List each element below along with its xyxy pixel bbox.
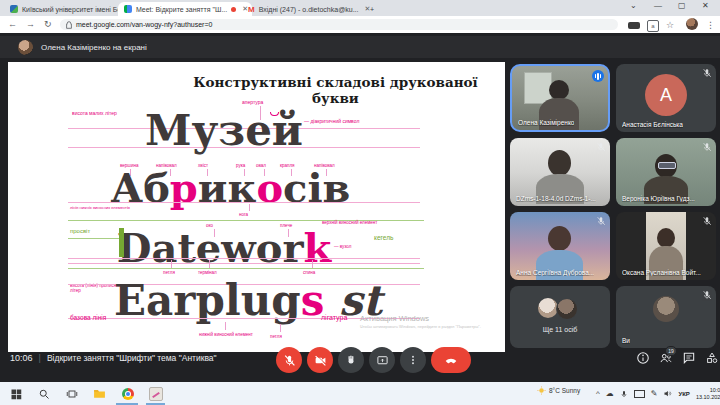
graphics-app-icon [149, 387, 163, 401]
mic-toggle-button[interactable] [276, 347, 302, 373]
mic-off-icon [702, 216, 712, 226]
label-petlia-1: петля [163, 270, 175, 275]
onedrive-cloud-icon[interactable]: ☁ [606, 389, 614, 398]
tile-oksana-voit[interactable]: Оксана Русланівна Войт... [616, 212, 716, 280]
tile-olena-kazimirenko[interactable]: Олена Казіміренко [510, 64, 610, 132]
tab-title: Київський університет імені Бо... [22, 6, 127, 13]
chrome-icon-center [126, 392, 130, 396]
label-terminal: термінал [198, 270, 217, 275]
person-silhouette [657, 228, 675, 248]
mic-off-icon [596, 216, 606, 226]
activities-button[interactable] [705, 351, 719, 365]
display-icon[interactable] [634, 390, 645, 398]
graphics-app-button[interactable] [148, 386, 163, 401]
bookmark-star-icon[interactable]: ☆ [666, 19, 674, 31]
leave-call-button[interactable] [431, 347, 471, 373]
start-button[interactable] [8, 386, 23, 401]
participants-button[interactable]: 19 [659, 351, 673, 365]
windows-logo-icon [10, 388, 22, 400]
tile-veronika-hudz[interactable]: Вероніка Юріївна Гудз... [616, 138, 716, 206]
profile-avatar[interactable] [686, 18, 698, 30]
taskbar-clock[interactable]: 10:06 13.10.2021 [696, 387, 720, 401]
folder-icon [93, 387, 106, 400]
language-indicator[interactable]: УКР [678, 391, 689, 397]
clock-time: 10:06 [696, 387, 720, 394]
label-kehel: кегель [374, 234, 393, 242]
tile-you[interactable]: Ви [616, 286, 716, 348]
meeting-details-button[interactable] [636, 351, 650, 365]
tab-university[interactable]: Київський університет імені Бо... ✕ [4, 2, 128, 16]
glasses [658, 162, 676, 169]
word-part: сів [283, 164, 350, 211]
more-options-button[interactable] [400, 347, 426, 373]
file-explorer-button[interactable] [92, 386, 107, 401]
presenter-banner-text: Олена Казіміренко на екрані [41, 43, 147, 52]
translate-icon[interactable]: a [647, 20, 659, 32]
specimen-word-muzei: Музей [104, 110, 344, 152]
university-favicon [10, 5, 18, 13]
reload-icon[interactable]: ↻ [44, 18, 52, 30]
new-tab-button[interactable]: + [364, 2, 388, 16]
camera-toggle-button[interactable] [307, 347, 333, 373]
search-icon [38, 388, 50, 400]
sun-icon [537, 386, 546, 395]
browser-menu-icon[interactable]: ⋮ [706, 19, 715, 31]
speaker-icon[interactable] [663, 389, 672, 398]
clock-date: 13.10.2021 [696, 394, 720, 401]
task-view-button[interactable] [64, 386, 79, 401]
tab-gmail[interactable]: M Вхідні (247) - o.dietochka@ku... ✕ [242, 2, 372, 16]
tab-search-icon[interactable]: ⌄ [630, 1, 637, 10]
tile-more-people[interactable]: Ще 11 осіб [510, 286, 610, 348]
tile-anna-dubrova[interactable]: Анна Сергіївна Дуброва... [510, 212, 610, 280]
raise-hand-button[interactable] [338, 347, 364, 373]
tray-mic-icon[interactable] [620, 390, 628, 398]
system-tray: ^ ☁ ✎ УКР 10:06 13.10.2021 [596, 382, 720, 405]
weather-widget[interactable]: 8°C Sunny [537, 386, 580, 395]
chrome-taskbar-button[interactable] [120, 386, 135, 401]
participant-name: Вероніка Юріївна Гудз... [622, 195, 695, 202]
leader-line [280, 324, 281, 332]
label-descender-line: лінія нижніх виносних елементів [70, 206, 130, 211]
tile-dzms-student[interactable]: DZms-1-18-4.0d DZms-1-... [510, 138, 610, 206]
task-view-icon [66, 388, 78, 400]
windows-activation-watermark-sub: Чтобы активировать Windows, перейдите в … [360, 324, 498, 329]
mic-off-icon [702, 68, 712, 78]
participant-name: Анастасія Бєлінська [622, 121, 683, 128]
label-prosvit: просвіт [70, 228, 90, 235]
activities-icon [705, 351, 719, 365]
mic-off-icon [702, 142, 712, 152]
forward-icon[interactable]: → [26, 18, 35, 30]
chrome-icon [122, 388, 134, 400]
screen: Київський університет імені Бо... ✕ Meet… [0, 0, 720, 405]
guide-line-green [68, 268, 424, 269]
maximize-button[interactable]: ▢ [678, 1, 686, 10]
tile-anastasiia-bielinska[interactable]: А Анастасія Бєлінська [616, 64, 716, 132]
speaking-indicator-icon [592, 70, 604, 82]
pen-icon[interactable]: ✎ [651, 389, 658, 398]
leader-line [171, 260, 172, 268]
browser-toolbar: ← → ↻ meet.google.com/van-wogy-nfy?authu… [0, 16, 720, 34]
guide-line [68, 258, 420, 259]
participant-name: DZms-1-18-4.0d DZms-1-... [516, 195, 596, 202]
meet-app: Олена Казіміренко на екрані Конструктивн… [0, 33, 720, 382]
leader-line [312, 260, 313, 268]
call-buttons [276, 347, 471, 373]
taskbar-search-button[interactable] [36, 386, 51, 401]
participant-name: Анна Сергіївна Дуброва... [516, 269, 594, 276]
tab-meet[interactable]: Meet: Відкрите заняття "Ш... ✕ [118, 2, 252, 16]
address-bar[interactable]: meet.google.com/van-wogy-nfy?authuser=0 [60, 19, 618, 30]
presenter-avatar [18, 40, 33, 55]
back-icon[interactable]: ← [8, 18, 17, 30]
meet-control-bar: 10:06 | Відкрите заняття "Шрифти" тема "… [0, 340, 720, 382]
present-screen-button[interactable] [369, 347, 395, 373]
word-part: ик [198, 164, 257, 211]
chat-button[interactable] [682, 351, 696, 365]
tray-expand-icon[interactable]: ^ [596, 389, 600, 398]
self-avatar [653, 296, 679, 322]
word-part: Аб [111, 164, 170, 211]
extension-icon[interactable] [628, 22, 640, 29]
label-baseline: базова лінія [70, 314, 110, 322]
minimize-button[interactable]: — [654, 1, 662, 10]
close-button[interactable]: ✕ [702, 1, 709, 10]
recording-indicator-icon [231, 7, 236, 12]
